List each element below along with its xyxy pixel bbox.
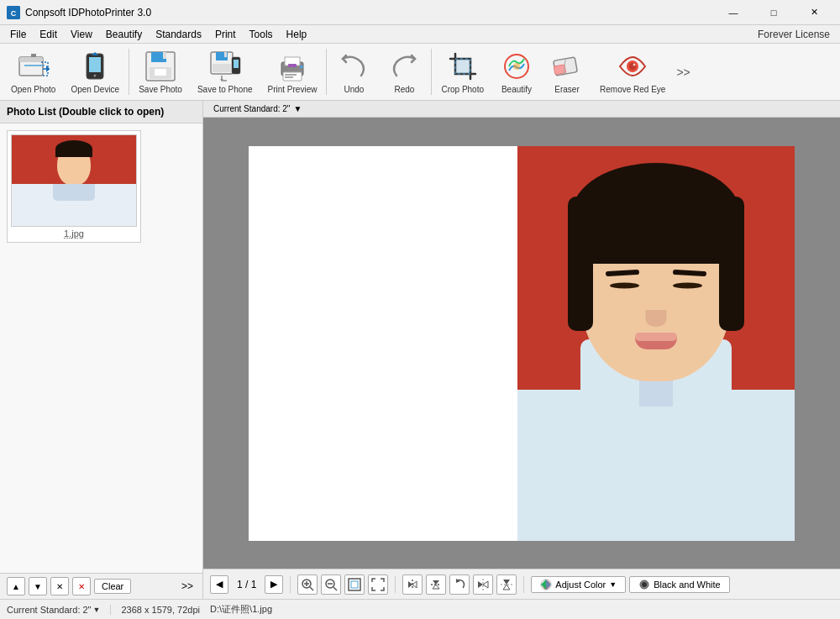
left-panel: Photo List (Double click to open) 1.jpg — [0, 101, 203, 599]
menubar: File Edit View Beautify Standards Print … — [0, 25, 840, 44]
canvas-white-area — [249, 146, 517, 541]
app-title: Conpsoft IDPhotoPrinter 3.0 — [25, 7, 151, 18]
crop-photo-button[interactable]: Crop Photo — [433, 45, 491, 98]
standard-dropdown[interactable]: Current Standard: 2" ▼ — [213, 104, 302, 113]
beautify-label: Beautify — [501, 85, 532, 94]
open-photo-icon — [17, 50, 50, 83]
rotate-button[interactable] — [449, 574, 470, 595]
menu-help[interactable]: Help — [280, 25, 314, 44]
statusbar-path: D:\证件照\1.jpg — [210, 603, 272, 616]
eraser-icon — [550, 50, 584, 83]
svg-rect-14 — [155, 69, 166, 76]
page-indicator: 1 / 1 — [232, 579, 261, 590]
toolbar-overflow[interactable]: >> — [673, 45, 693, 98]
move-up-button[interactable]: ▲ — [7, 577, 25, 595]
menu-view[interactable]: View — [64, 25, 99, 44]
redo-button[interactable]: Redo — [379, 45, 429, 98]
canvas-area — [203, 118, 840, 569]
flip-horizontal-button[interactable] — [402, 574, 423, 595]
clear-button[interactable]: Clear — [94, 579, 131, 594]
black-and-white-button[interactable]: Black and White — [629, 576, 729, 593]
eraser-button[interactable]: Eraser — [542, 45, 592, 98]
svg-rect-27 — [285, 76, 293, 78]
svg-rect-3 — [19, 57, 43, 62]
mirror-v-button[interactable] — [496, 574, 517, 595]
toolbar-separator-3 — [431, 49, 432, 95]
save-to-phone-button[interactable]: Save to Phone — [190, 45, 260, 98]
svg-text:C: C — [11, 9, 17, 18]
open-device-label: Open Device — [71, 85, 119, 94]
svg-rect-28 — [288, 64, 297, 67]
mirror-h-button[interactable] — [473, 574, 493, 595]
statusbar-standard-dropdown[interactable]: Current Standard: 2" ▼ — [7, 605, 111, 615]
titlebar-left: C Conpsoft IDPhotoPrinter 3.0 — [7, 6, 151, 19]
maximize-button[interactable]: □ — [754, 0, 793, 25]
svg-point-52 — [642, 582, 647, 587]
zoom-fullfit-button[interactable] — [368, 574, 388, 595]
menu-standards[interactable]: Standards — [149, 25, 208, 44]
svg-point-8 — [94, 75, 97, 77]
save-photo-button[interactable]: Save Photo — [131, 45, 190, 98]
toolbar: Open Photo Open Device Save Photo — [0, 44, 840, 101]
adjust-color-arrow: ▼ — [609, 580, 617, 589]
adjust-color-button[interactable]: Adjust Color ▼ — [531, 576, 626, 593]
bottom-separator-2 — [395, 576, 396, 593]
menu-file[interactable]: File — [3, 25, 33, 44]
remove-button[interactable]: ✕ — [72, 577, 91, 595]
redo-icon — [387, 50, 421, 83]
expand-panel-button[interactable]: >> — [179, 578, 196, 595]
svg-point-31 — [513, 63, 520, 70]
zoom-in-button[interactable] — [297, 574, 318, 595]
delete-button[interactable]: ✕ — [50, 577, 69, 595]
svg-marker-4 — [31, 54, 36, 57]
print-preview-button[interactable]: Print Preview — [260, 45, 325, 98]
svg-rect-29 — [455, 59, 470, 74]
standard-bar: Current Standard: 2" ▼ — [203, 101, 840, 118]
open-device-icon — [78, 50, 112, 83]
minimize-button[interactable]: — — [714, 0, 753, 25]
statusbar: Current Standard: 2" ▼ 2368 x 1579, 72dp… — [0, 599, 840, 619]
svg-rect-17 — [224, 52, 227, 57]
print-preview-icon — [276, 50, 309, 83]
flip-vertical-button[interactable] — [426, 574, 446, 595]
statusbar-standard-label: Current Standard: 2" — [7, 605, 92, 615]
toolbar-separator-1 — [129, 49, 129, 95]
next-page-button[interactable]: ▶ — [265, 575, 283, 594]
open-device-button[interactable]: Open Device — [63, 45, 127, 98]
red-eye-icon — [616, 50, 649, 83]
photo-thumbnail[interactable]: 1.jpg — [7, 130, 141, 243]
beautify-button[interactable]: Beautify — [491, 45, 542, 98]
chevron-down-icon: ▼ — [293, 104, 302, 113]
crop-photo-label: Crop Photo — [441, 85, 484, 94]
remove-red-eye-button[interactable]: Remove Red Eye — [592, 45, 673, 98]
save-phone-icon — [208, 50, 242, 83]
bottom-separator-3 — [523, 576, 524, 593]
menu-beautify[interactable]: Beautify — [99, 25, 149, 44]
svg-rect-12 — [163, 52, 166, 59]
undo-button[interactable]: Undo — [328, 45, 379, 98]
standard-label: Current Standard: 2" — [213, 104, 290, 113]
statusbar-dropdown-icon: ▼ — [93, 606, 101, 614]
menu-print[interactable]: Print — [208, 25, 243, 44]
titlebar-controls: — □ ✕ — [714, 0, 833, 25]
zoom-fit-button[interactable] — [344, 574, 365, 595]
move-down-button[interactable]: ▼ — [29, 577, 47, 595]
beautify-icon — [500, 50, 533, 83]
open-photo-button[interactable]: Open Photo — [3, 45, 63, 98]
svg-point-37 — [633, 64, 636, 66]
close-button[interactable]: ✕ — [795, 0, 833, 25]
menu-edit[interactable]: Edit — [33, 25, 64, 44]
svg-line-43 — [333, 587, 337, 590]
zoom-out-button[interactable] — [321, 574, 341, 595]
right-panel: Current Standard: 2" ▼ — [203, 101, 840, 599]
prev-page-button[interactable]: ◀ — [210, 575, 228, 594]
canvas-photo-display — [517, 146, 795, 541]
bottom-separator-1 — [290, 576, 291, 593]
main-area: Photo List (Double click to open) 1.jpg — [0, 101, 840, 599]
svg-line-39 — [310, 587, 313, 590]
svg-rect-26 — [285, 74, 297, 76]
menu-tools[interactable]: Tools — [243, 25, 280, 44]
open-photo-label: Open Photo — [11, 85, 55, 94]
photo-filename: 1.jpg — [64, 228, 84, 239]
toolbar-separator-2 — [326, 49, 327, 95]
